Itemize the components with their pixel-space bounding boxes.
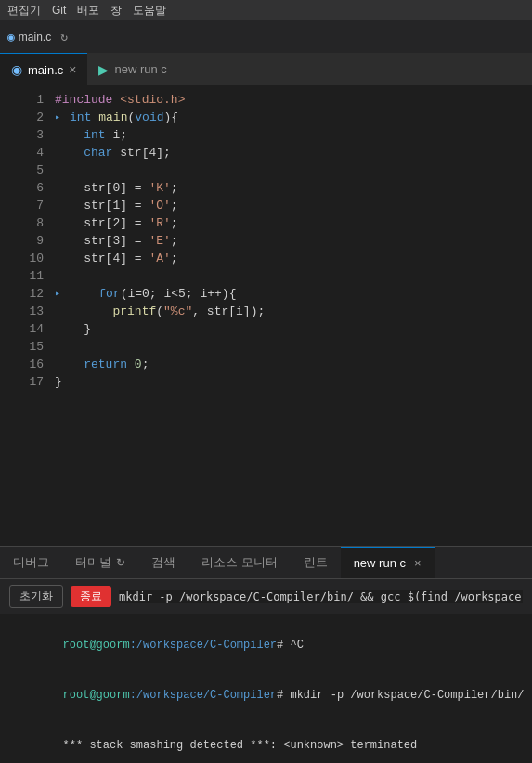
tab-search[interactable]: 검색 [138, 547, 188, 579]
editor-spacer [0, 392, 532, 546]
terminal-tabs: 디버그 터미널 ↻ 검색 리소스 모니터 린트 new run c × [0, 547, 532, 579]
tab-debug[interactable]: 디버그 [0, 547, 62, 579]
command-input[interactable] [119, 590, 523, 603]
tab-terminal[interactable]: 터미널 ↻ [62, 547, 138, 579]
editor-area: ◉ main.c × ▶ new run c 1 2 3 4 5 6 7 8 9… [0, 53, 532, 546]
code-line-13: printf("%c", str[i]); [55, 303, 532, 320]
app-window: 편집기 Git 배포 창 도움말 ◉ main.c ↻ ◉ main.c × ▶… [0, 0, 532, 763]
code-line-6: str[0] = 'K'; [55, 179, 532, 197]
code-line-10: str[4] = 'A'; [55, 250, 532, 267]
terminal-refresh-icon[interactable]: ↻ [116, 556, 125, 569]
menu-window[interactable]: 창 [110, 3, 122, 19]
tab-new-run-c-terminal-label: new run c [354, 556, 406, 570]
tab-main-c-label: main.c [28, 63, 63, 77]
code-line-17: } [55, 373, 532, 391]
token: #include [55, 91, 112, 109]
title-bar: 편집기 Git 배포 창 도움말 [0, 0, 532, 20]
terminal-line-3: *** stack smashing detected ***: <unknow… [9, 720, 523, 763]
menu-editor[interactable]: 편집기 [7, 3, 41, 19]
code-line-9: str[3] = 'E'; [55, 232, 532, 250]
code-line-1: #include <stdio.h> [55, 91, 532, 109]
tab-main-c-icon: ◉ [11, 62, 22, 77]
code-lines: #include <stdio.h> ▸ int main(void){ int… [51, 85, 532, 392]
line-numbers: 1 2 3 4 5 6 7 8 9 10 11 12 13 14 15 16 1… [0, 85, 51, 392]
tab-new-run-c-terminal-close[interactable]: × [414, 556, 422, 570]
arrow-icon-2: ▸ [55, 109, 66, 126]
menu-deploy[interactable]: 배포 [77, 3, 99, 19]
code-line-4: char str[4]; [55, 144, 532, 162]
code-line-7: str[1] = 'O'; [55, 197, 532, 214]
tab-search-label: 검색 [151, 554, 175, 571]
code-line-14: } [55, 320, 532, 338]
arrow-icon-12: ▸ [55, 285, 66, 303]
init-button[interactable]: 초기화 [9, 585, 63, 608]
code-line-12: ▸ for(i=0; i<5; i++){ [55, 285, 532, 303]
terminal-panel: 디버그 터미널 ↻ 검색 리소스 모니터 린트 new run c × 초기화 [0, 546, 532, 763]
tab-debug-label: 디버그 [13, 554, 49, 571]
code-line-16: return 0; [55, 356, 532, 373]
terminal-output: root@goorm:/workspace/C-Compiler# ^C roo… [0, 614, 532, 763]
tab-new-run-c[interactable]: ▶ new run c [87, 53, 177, 85]
tab-lint-label: 린트 [304, 554, 328, 571]
code-line-5 [55, 162, 532, 179]
editor-tabs: ◉ main.c × ▶ new run c [0, 53, 532, 85]
refresh-icon[interactable]: ↻ [60, 30, 68, 45]
code-line-15 [55, 338, 532, 356]
code-editor: 1 2 3 4 5 6 7 8 9 10 11 12 13 14 15 16 1… [0, 85, 532, 392]
tab-main-c-close[interactable]: × [69, 63, 76, 76]
code-line-8: str[2] = 'R'; [55, 214, 532, 232]
tab-resource-monitor-label: 리소스 모니터 [201, 554, 278, 571]
menu-help[interactable]: 도움말 [133, 3, 166, 19]
file-tab-bar: ◉ main.c ↻ [0, 20, 532, 53]
terminal-line-2: root@goorm:/workspace/C-Compiler# mkdir … [9, 670, 523, 720]
file-circle-icon: ◉ [7, 30, 15, 45]
menu-git[interactable]: Git [52, 4, 66, 17]
file-tab-label: main.c [19, 31, 51, 44]
tab-resource-monitor[interactable]: 리소스 모니터 [188, 547, 291, 579]
tab-lint[interactable]: 린트 [291, 547, 341, 579]
code-line-2: ▸ int main(void){ [55, 109, 532, 126]
tab-new-run-c-icon: ▶ [98, 62, 109, 77]
tab-main-c[interactable]: ◉ main.c × [0, 53, 87, 85]
tab-new-run-c-terminal[interactable]: new run c × [341, 547, 435, 579]
tab-terminal-label: 터미널 [75, 554, 111, 571]
code-line-3: int i; [55, 126, 532, 144]
code-line-11 [55, 267, 532, 285]
terminal-line-1: root@goorm:/workspace/C-Compiler# ^C [9, 620, 523, 670]
terminate-button[interactable]: 종료 [71, 586, 111, 607]
tab-new-run-c-label: new run c [114, 62, 166, 76]
terminal-toolbar: 초기화 종료 [0, 579, 532, 614]
